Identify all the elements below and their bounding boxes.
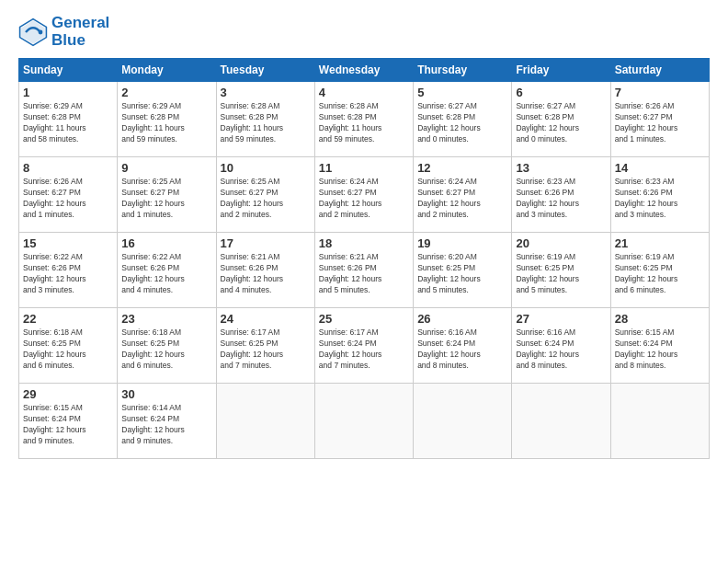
day-info: Sunrise: 6:17 AMSunset: 6:25 PMDaylight:… [221,327,311,372]
calendar-week-2: 8 Sunrise: 6:26 AMSunset: 6:27 PMDayligh… [19,157,710,233]
day-number: 2 [121,86,211,99]
day-number: 15 [23,236,113,250]
day-info: Sunrise: 6:26 AMSunset: 6:27 PMDaylight:… [615,101,705,145]
weekday-header-sunday: Sunday [19,59,118,82]
calendar-cell: 21 Sunrise: 6:19 AMSunset: 6:25 PMDaylig… [610,233,709,308]
calendar-cell: 15 Sunrise: 6:22 AMSunset: 6:26 PMDaylig… [19,233,118,308]
calendar-cell: 23 Sunrise: 6:18 AMSunset: 6:25 PMDaylig… [118,308,216,384]
day-number: 12 [417,161,507,175]
calendar-cell: 18 Sunrise: 6:21 AMSunset: 6:26 PMDaylig… [314,233,413,308]
day-number: 27 [516,312,606,326]
calendar-week-3: 15 Sunrise: 6:22 AMSunset: 6:26 PMDaylig… [19,233,710,308]
calendar-cell: 2 Sunrise: 6:29 AMSunset: 6:28 PMDayligh… [118,82,216,157]
day-info: Sunrise: 6:16 AMSunset: 6:24 PMDaylight:… [516,327,606,372]
calendar-cell [314,384,413,459]
day-info: Sunrise: 6:23 AMSunset: 6:26 PMDaylight:… [516,177,606,221]
day-info: Sunrise: 6:16 AMSunset: 6:24 PMDaylight:… [417,327,507,372]
day-number: 9 [121,161,211,175]
day-number: 19 [417,236,507,250]
day-info: Sunrise: 6:27 AMSunset: 6:28 PMDaylight:… [516,101,606,145]
calendar-cell: 20 Sunrise: 6:19 AMSunset: 6:25 PMDaylig… [512,233,610,308]
day-number: 5 [417,86,507,99]
day-info: Sunrise: 6:24 AMSunset: 6:27 PMDaylight:… [417,177,507,221]
day-number: 3 [221,86,311,99]
day-number: 13 [516,161,606,175]
day-info: Sunrise: 6:15 AMSunset: 6:24 PMDaylight:… [23,403,113,447]
day-number: 28 [615,312,705,326]
calendar-cell: 28 Sunrise: 6:15 AMSunset: 6:24 PMDaylig… [610,308,709,384]
day-info: Sunrise: 6:21 AMSunset: 6:26 PMDaylight:… [319,252,409,296]
day-number: 23 [121,312,211,326]
day-info: Sunrise: 6:25 AMSunset: 6:27 PMDaylight:… [221,177,311,221]
calendar-cell: 11 Sunrise: 6:24 AMSunset: 6:27 PMDaylig… [314,157,413,233]
day-info: Sunrise: 6:27 AMSunset: 6:28 PMDaylight:… [417,101,507,145]
calendar-cell [414,384,512,459]
day-number: 16 [121,236,211,250]
day-info: Sunrise: 6:28 AMSunset: 6:28 PMDaylight:… [221,101,311,145]
calendar-cell: 25 Sunrise: 6:17 AMSunset: 6:24 PMDaylig… [314,308,413,384]
day-info: Sunrise: 6:17 AMSunset: 6:24 PMDaylight:… [319,327,409,372]
day-number: 22 [23,312,113,326]
calendar-cell: 19 Sunrise: 6:20 AMSunset: 6:25 PMDaylig… [414,233,512,308]
calendar-cell: 17 Sunrise: 6:21 AMSunset: 6:26 PMDaylig… [216,233,314,308]
calendar-cell: 24 Sunrise: 6:17 AMSunset: 6:25 PMDaylig… [216,308,314,384]
calendar-cell: 5 Sunrise: 6:27 AMSunset: 6:28 PMDayligh… [414,82,512,157]
weekday-header-monday: Monday [118,59,216,82]
day-info: Sunrise: 6:20 AMSunset: 6:25 PMDaylight:… [417,252,507,296]
day-number: 4 [319,86,409,99]
weekday-header-tuesday: Tuesday [216,59,314,82]
page: General Blue SundayMondayTuesdayWednesda… [0,0,728,563]
day-info: Sunrise: 6:21 AMSunset: 6:26 PMDaylight:… [221,252,311,296]
logo-icon [18,17,48,47]
day-info: Sunrise: 6:15 AMSunset: 6:24 PMDaylight:… [615,327,705,372]
day-info: Sunrise: 6:23 AMSunset: 6:26 PMDaylight:… [615,177,705,221]
day-number: 17 [221,236,311,250]
calendar-cell: 10 Sunrise: 6:25 AMSunset: 6:27 PMDaylig… [216,157,314,233]
calendar-cell: 6 Sunrise: 6:27 AMSunset: 6:28 PMDayligh… [512,82,610,157]
weekday-header-saturday: Saturday [610,59,709,82]
calendar-cell: 26 Sunrise: 6:16 AMSunset: 6:24 PMDaylig… [414,308,512,384]
day-info: Sunrise: 6:25 AMSunset: 6:27 PMDaylight:… [121,177,211,221]
calendar-cell: 14 Sunrise: 6:23 AMSunset: 6:26 PMDaylig… [610,157,709,233]
calendar-cell: 9 Sunrise: 6:25 AMSunset: 6:27 PMDayligh… [118,157,216,233]
calendar-cell: 7 Sunrise: 6:26 AMSunset: 6:27 PMDayligh… [610,82,709,157]
calendar-cell: 27 Sunrise: 6:16 AMSunset: 6:24 PMDaylig… [512,308,610,384]
day-number: 11 [319,161,409,175]
day-number: 6 [516,86,606,99]
day-info: Sunrise: 6:22 AMSunset: 6:26 PMDaylight:… [121,252,211,296]
logo: General Blue [18,15,109,49]
logo-text: General Blue [51,15,109,49]
weekday-header-friday: Friday [512,59,610,82]
day-info: Sunrise: 6:28 AMSunset: 6:28 PMDaylight:… [319,101,409,145]
header: General Blue [18,15,710,49]
day-info: Sunrise: 6:24 AMSunset: 6:27 PMDaylight:… [319,177,409,221]
calendar-cell: 30 Sunrise: 6:14 AMSunset: 6:24 PMDaylig… [118,384,216,459]
calendar-cell: 8 Sunrise: 6:26 AMSunset: 6:27 PMDayligh… [19,157,118,233]
calendar-cell: 29 Sunrise: 6:15 AMSunset: 6:24 PMDaylig… [19,384,118,459]
svg-point-2 [39,29,43,34]
weekday-header-wednesday: Wednesday [314,59,413,82]
weekday-header-thursday: Thursday [414,59,512,82]
calendar-cell: 1 Sunrise: 6:29 AMSunset: 6:28 PMDayligh… [19,82,118,157]
calendar-cell: 12 Sunrise: 6:24 AMSunset: 6:27 PMDaylig… [414,157,512,233]
calendar-cell [216,384,314,459]
day-number: 24 [221,312,311,326]
calendar-cell: 3 Sunrise: 6:28 AMSunset: 6:28 PMDayligh… [216,82,314,157]
calendar-week-4: 22 Sunrise: 6:18 AMSunset: 6:25 PMDaylig… [19,308,710,384]
day-info: Sunrise: 6:19 AMSunset: 6:25 PMDaylight:… [516,252,606,296]
day-number: 8 [23,161,113,175]
day-info: Sunrise: 6:18 AMSunset: 6:25 PMDaylight:… [23,327,113,372]
day-number: 10 [221,161,311,175]
day-number: 1 [23,86,113,99]
day-number: 20 [516,236,606,250]
weekday-header-row: SundayMondayTuesdayWednesdayThursdayFrid… [19,59,710,82]
day-info: Sunrise: 6:22 AMSunset: 6:26 PMDaylight:… [23,252,113,296]
day-number: 26 [417,312,507,326]
calendar-table: SundayMondayTuesdayWednesdayThursdayFrid… [18,58,710,459]
day-number: 29 [23,387,113,401]
day-info: Sunrise: 6:26 AMSunset: 6:27 PMDaylight:… [23,177,113,221]
day-info: Sunrise: 6:18 AMSunset: 6:25 PMDaylight:… [121,327,211,372]
day-number: 14 [615,161,705,175]
day-number: 30 [121,387,211,401]
calendar-week-5: 29 Sunrise: 6:15 AMSunset: 6:24 PMDaylig… [19,384,710,459]
